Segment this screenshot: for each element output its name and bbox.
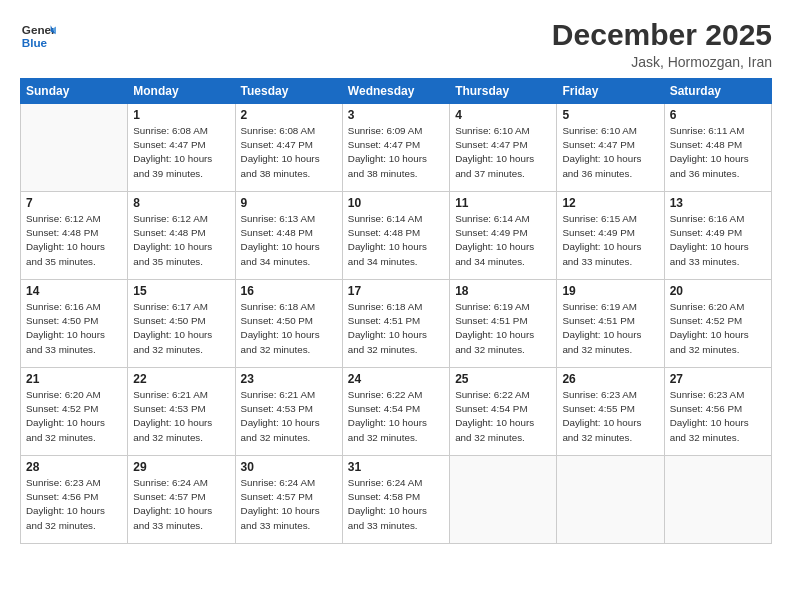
calendar-table: Sunday Monday Tuesday Wednesday Thursday… [20, 78, 772, 544]
calendar-week-row: 1Sunrise: 6:08 AMSunset: 4:47 PMDaylight… [21, 104, 772, 192]
day-number: 16 [241, 284, 337, 298]
day-info: Sunrise: 6:24 AMSunset: 4:58 PMDaylight:… [348, 476, 444, 533]
day-info: Sunrise: 6:24 AMSunset: 4:57 PMDaylight:… [133, 476, 229, 533]
table-row: 29Sunrise: 6:24 AMSunset: 4:57 PMDayligh… [128, 456, 235, 544]
day-number: 25 [455, 372, 551, 386]
day-info: Sunrise: 6:18 AMSunset: 4:51 PMDaylight:… [348, 300, 444, 357]
table-row: 10Sunrise: 6:14 AMSunset: 4:48 PMDayligh… [342, 192, 449, 280]
day-number: 27 [670, 372, 766, 386]
day-info: Sunrise: 6:14 AMSunset: 4:48 PMDaylight:… [348, 212, 444, 269]
day-number: 23 [241, 372, 337, 386]
col-wednesday: Wednesday [342, 79, 449, 104]
day-info: Sunrise: 6:16 AMSunset: 4:50 PMDaylight:… [26, 300, 122, 357]
day-number: 18 [455, 284, 551, 298]
day-number: 29 [133, 460, 229, 474]
day-number: 17 [348, 284, 444, 298]
header: General Blue December 2025 Jask, Hormozg… [20, 18, 772, 70]
day-info: Sunrise: 6:10 AMSunset: 4:47 PMDaylight:… [455, 124, 551, 181]
table-row: 3Sunrise: 6:09 AMSunset: 4:47 PMDaylight… [342, 104, 449, 192]
day-info: Sunrise: 6:20 AMSunset: 4:52 PMDaylight:… [670, 300, 766, 357]
day-info: Sunrise: 6:09 AMSunset: 4:47 PMDaylight:… [348, 124, 444, 181]
day-number: 5 [562, 108, 658, 122]
day-info: Sunrise: 6:18 AMSunset: 4:50 PMDaylight:… [241, 300, 337, 357]
table-row: 22Sunrise: 6:21 AMSunset: 4:53 PMDayligh… [128, 368, 235, 456]
day-number: 30 [241, 460, 337, 474]
day-number: 24 [348, 372, 444, 386]
day-number: 26 [562, 372, 658, 386]
table-row: 25Sunrise: 6:22 AMSunset: 4:54 PMDayligh… [450, 368, 557, 456]
table-row: 1Sunrise: 6:08 AMSunset: 4:47 PMDaylight… [128, 104, 235, 192]
table-row: 12Sunrise: 6:15 AMSunset: 4:49 PMDayligh… [557, 192, 664, 280]
day-info: Sunrise: 6:23 AMSunset: 4:56 PMDaylight:… [670, 388, 766, 445]
table-row: 8Sunrise: 6:12 AMSunset: 4:48 PMDaylight… [128, 192, 235, 280]
day-info: Sunrise: 6:10 AMSunset: 4:47 PMDaylight:… [562, 124, 658, 181]
table-row: 19Sunrise: 6:19 AMSunset: 4:51 PMDayligh… [557, 280, 664, 368]
page: General Blue December 2025 Jask, Hormozg… [0, 0, 792, 612]
day-info: Sunrise: 6:11 AMSunset: 4:48 PMDaylight:… [670, 124, 766, 181]
table-row: 4Sunrise: 6:10 AMSunset: 4:47 PMDaylight… [450, 104, 557, 192]
day-number: 13 [670, 196, 766, 210]
table-row: 24Sunrise: 6:22 AMSunset: 4:54 PMDayligh… [342, 368, 449, 456]
day-info: Sunrise: 6:08 AMSunset: 4:47 PMDaylight:… [133, 124, 229, 181]
col-tuesday: Tuesday [235, 79, 342, 104]
calendar-week-row: 28Sunrise: 6:23 AMSunset: 4:56 PMDayligh… [21, 456, 772, 544]
day-number: 3 [348, 108, 444, 122]
day-number: 22 [133, 372, 229, 386]
table-row: 15Sunrise: 6:17 AMSunset: 4:50 PMDayligh… [128, 280, 235, 368]
table-row [21, 104, 128, 192]
table-row: 30Sunrise: 6:24 AMSunset: 4:57 PMDayligh… [235, 456, 342, 544]
logo: General Blue [20, 18, 56, 54]
day-number: 28 [26, 460, 122, 474]
day-number: 20 [670, 284, 766, 298]
day-number: 7 [26, 196, 122, 210]
calendar-week-row: 21Sunrise: 6:20 AMSunset: 4:52 PMDayligh… [21, 368, 772, 456]
table-row: 27Sunrise: 6:23 AMSunset: 4:56 PMDayligh… [664, 368, 771, 456]
col-saturday: Saturday [664, 79, 771, 104]
table-row [450, 456, 557, 544]
day-info: Sunrise: 6:12 AMSunset: 4:48 PMDaylight:… [133, 212, 229, 269]
day-info: Sunrise: 6:14 AMSunset: 4:49 PMDaylight:… [455, 212, 551, 269]
day-info: Sunrise: 6:19 AMSunset: 4:51 PMDaylight:… [455, 300, 551, 357]
day-info: Sunrise: 6:13 AMSunset: 4:48 PMDaylight:… [241, 212, 337, 269]
day-info: Sunrise: 6:21 AMSunset: 4:53 PMDaylight:… [241, 388, 337, 445]
table-row: 5Sunrise: 6:10 AMSunset: 4:47 PMDaylight… [557, 104, 664, 192]
day-number: 8 [133, 196, 229, 210]
day-number: 10 [348, 196, 444, 210]
calendar-week-row: 7Sunrise: 6:12 AMSunset: 4:48 PMDaylight… [21, 192, 772, 280]
table-row: 7Sunrise: 6:12 AMSunset: 4:48 PMDaylight… [21, 192, 128, 280]
location: Jask, Hormozgan, Iran [552, 54, 772, 70]
calendar-week-row: 14Sunrise: 6:16 AMSunset: 4:50 PMDayligh… [21, 280, 772, 368]
table-row: 9Sunrise: 6:13 AMSunset: 4:48 PMDaylight… [235, 192, 342, 280]
day-info: Sunrise: 6:08 AMSunset: 4:47 PMDaylight:… [241, 124, 337, 181]
table-row: 21Sunrise: 6:20 AMSunset: 4:52 PMDayligh… [21, 368, 128, 456]
table-row: 11Sunrise: 6:14 AMSunset: 4:49 PMDayligh… [450, 192, 557, 280]
day-number: 31 [348, 460, 444, 474]
table-row: 18Sunrise: 6:19 AMSunset: 4:51 PMDayligh… [450, 280, 557, 368]
table-row: 26Sunrise: 6:23 AMSunset: 4:55 PMDayligh… [557, 368, 664, 456]
day-info: Sunrise: 6:16 AMSunset: 4:49 PMDaylight:… [670, 212, 766, 269]
day-info: Sunrise: 6:21 AMSunset: 4:53 PMDaylight:… [133, 388, 229, 445]
day-number: 12 [562, 196, 658, 210]
title-block: December 2025 Jask, Hormozgan, Iran [552, 18, 772, 70]
day-info: Sunrise: 6:12 AMSunset: 4:48 PMDaylight:… [26, 212, 122, 269]
day-info: Sunrise: 6:20 AMSunset: 4:52 PMDaylight:… [26, 388, 122, 445]
table-row: 13Sunrise: 6:16 AMSunset: 4:49 PMDayligh… [664, 192, 771, 280]
table-row: 23Sunrise: 6:21 AMSunset: 4:53 PMDayligh… [235, 368, 342, 456]
day-number: 15 [133, 284, 229, 298]
table-row [557, 456, 664, 544]
day-info: Sunrise: 6:19 AMSunset: 4:51 PMDaylight:… [562, 300, 658, 357]
logo-icon: General Blue [20, 18, 56, 54]
col-thursday: Thursday [450, 79, 557, 104]
table-row: 6Sunrise: 6:11 AMSunset: 4:48 PMDaylight… [664, 104, 771, 192]
table-row: 17Sunrise: 6:18 AMSunset: 4:51 PMDayligh… [342, 280, 449, 368]
col-friday: Friday [557, 79, 664, 104]
day-number: 4 [455, 108, 551, 122]
calendar-header-row: Sunday Monday Tuesday Wednesday Thursday… [21, 79, 772, 104]
day-number: 6 [670, 108, 766, 122]
table-row: 2Sunrise: 6:08 AMSunset: 4:47 PMDaylight… [235, 104, 342, 192]
day-number: 2 [241, 108, 337, 122]
day-info: Sunrise: 6:22 AMSunset: 4:54 PMDaylight:… [348, 388, 444, 445]
col-sunday: Sunday [21, 79, 128, 104]
table-row [664, 456, 771, 544]
day-number: 19 [562, 284, 658, 298]
